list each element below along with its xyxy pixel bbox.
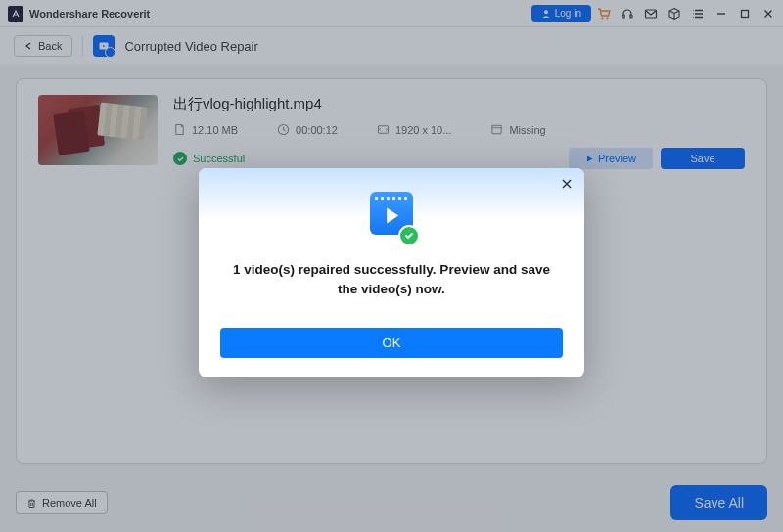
ok-label: OK <box>383 335 401 350</box>
ok-button[interactable]: OK <box>220 328 563 358</box>
dialog-body: 1 video(s) repaired successfully. Previe… <box>220 192 563 358</box>
modal-overlay: 1 video(s) repaired successfully. Previe… <box>0 0 783 532</box>
dialog-success-icon <box>365 192 418 244</box>
check-badge-icon <box>398 225 420 246</box>
dialog-close-icon[interactable] <box>559 176 575 192</box>
success-dialog: 1 video(s) repaired successfully. Previe… <box>199 168 584 377</box>
dialog-message: 1 video(s) repaired successfully. Previe… <box>220 260 563 300</box>
